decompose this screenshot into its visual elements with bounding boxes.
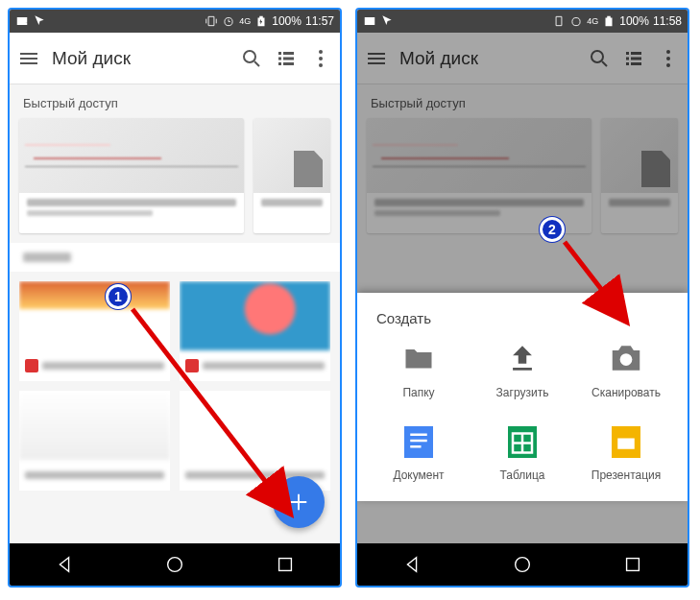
item-label: Папку <box>402 386 434 399</box>
create-sheet[interactable]: Таблица <box>471 422 574 482</box>
create-upload[interactable]: Загрузить <box>471 340 574 399</box>
sheet-title: Создать <box>367 306 678 340</box>
file-tile[interactable] <box>180 391 330 491</box>
camera-icon <box>608 340 644 376</box>
svg-point-6 <box>168 558 182 572</box>
fab-add-button[interactable] <box>273 476 325 528</box>
screen-1-my-drive: 4G 100% 11:57 Мой диск Быстрый доступ <box>8 8 342 588</box>
svg-point-8 <box>572 18 580 26</box>
svg-point-13 <box>620 353 633 366</box>
file-tile[interactable] <box>180 281 330 381</box>
app-bar: Мой диск <box>10 33 340 84</box>
nav-bar <box>10 543 340 586</box>
annotation-badge-2: 2 <box>540 217 565 242</box>
svg-rect-23 <box>617 439 635 449</box>
page-title: Мой диск <box>52 48 229 69</box>
network-label: 4G <box>587 16 598 26</box>
drive-content: Быстрый доступ 1 <box>10 84 340 543</box>
nav-bar <box>357 543 688 586</box>
svg-point-4 <box>319 63 323 67</box>
docs-icon <box>400 422 437 459</box>
svg-point-25 <box>516 558 530 572</box>
vibrate-icon <box>552 14 566 28</box>
back-button[interactable] <box>54 554 75 575</box>
home-button[interactable] <box>164 554 185 575</box>
svg-rect-7 <box>278 559 291 571</box>
upload-icon <box>504 340 541 376</box>
svg-point-3 <box>319 57 323 60</box>
create-bottom-sheet: Создать Папку Загрузить Сканировать Доку… <box>357 293 688 501</box>
quick-access-label: Быстрый доступ <box>10 84 340 118</box>
item-label: Документ <box>393 468 444 482</box>
svg-point-2 <box>319 50 323 54</box>
back-button[interactable] <box>401 554 422 575</box>
cursor-icon <box>380 14 394 28</box>
item-label: Таблица <box>499 468 544 482</box>
overflow-icon[interactable] <box>309 47 332 70</box>
annotation-badge-1: 1 <box>106 284 131 309</box>
alarm-icon <box>222 14 235 28</box>
search-icon[interactable] <box>240 47 263 70</box>
file-tile[interactable] <box>19 281 170 381</box>
item-label: Презентация <box>591 468 662 482</box>
gallery-icon <box>15 14 29 28</box>
status-bar: 4G 100% 11:57 <box>10 10 340 33</box>
svg-rect-16 <box>410 440 427 443</box>
create-scan[interactable]: Сканировать <box>574 340 678 399</box>
menu-icon[interactable] <box>17 47 40 70</box>
recents-button[interactable] <box>275 554 296 575</box>
battery-charging-icon <box>254 14 268 28</box>
clock-label: 11:57 <box>305 14 334 28</box>
svg-rect-26 <box>626 559 639 571</box>
battery-label: 100% <box>272 14 302 28</box>
quick-card[interactable] <box>19 118 244 233</box>
svg-rect-15 <box>410 434 427 437</box>
slides-icon <box>608 422 644 459</box>
battery-label: 100% <box>619 14 649 28</box>
battery-charging-icon <box>602 14 616 28</box>
svg-point-1 <box>244 51 255 62</box>
svg-rect-17 <box>410 445 421 448</box>
files-section-header <box>10 243 340 272</box>
folder-icon <box>400 340 437 376</box>
screen-2-create-sheet: 4G 100% 11:58 Мой диск Быстрый доступ Со… <box>355 8 689 588</box>
file-tile[interactable] <box>19 391 170 491</box>
vibrate-icon <box>205 14 218 28</box>
quick-card[interactable] <box>253 118 330 233</box>
gallery-icon <box>363 14 376 28</box>
svg-rect-14 <box>404 426 433 458</box>
view-list-icon[interactable] <box>275 47 298 70</box>
home-button[interactable] <box>512 554 533 575</box>
cursor-icon <box>33 14 46 28</box>
create-slides[interactable]: Презентация <box>574 422 678 482</box>
sheets-icon <box>504 422 541 459</box>
recents-button[interactable] <box>622 554 643 575</box>
item-label: Загрузить <box>496 386 549 399</box>
alarm-icon <box>569 14 583 28</box>
status-bar: 4G 100% 11:58 <box>357 10 688 33</box>
create-folder[interactable]: Папку <box>367 340 471 399</box>
clock-label: 11:58 <box>653 14 682 28</box>
network-label: 4G <box>239 16 251 26</box>
item-label: Сканировать <box>591 386 661 399</box>
create-doc[interactable]: Документ <box>367 422 471 482</box>
